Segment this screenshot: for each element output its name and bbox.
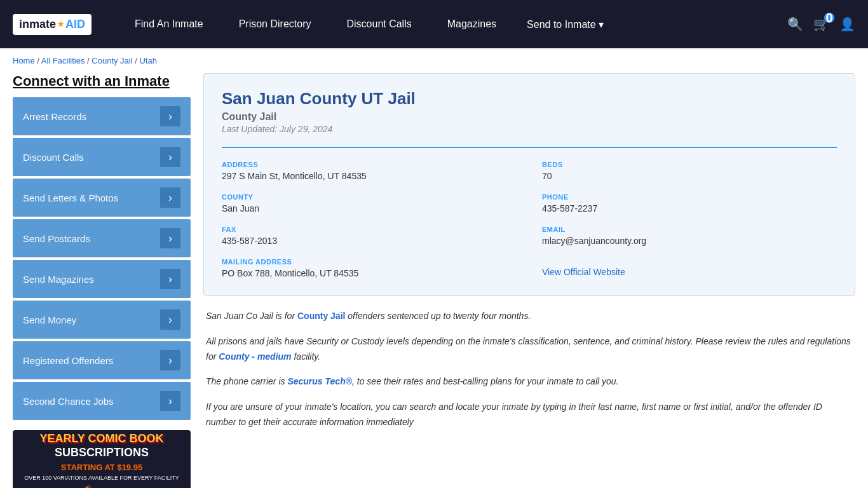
breadcrumb-home[interactable]: Home [13,56,35,65]
navbar: inmate★AID Find An Inmate Prison Directo… [0,0,868,48]
website-block: - View Official Website [542,258,837,280]
phone-value: 435-587-2237 [542,202,837,215]
sidebar-send-money-label: Send Money [23,315,76,325]
ad-detail: OVER 100 VARIATIONS AVAILABLE FOR EVERY … [24,475,179,481]
sidebar-discount-calls-arrow: › [160,147,180,167]
phone-label: PHONE [542,193,837,201]
sidebar-arrest-records-label: Arrest Records [23,111,86,122]
sidebar-second-chance-jobs[interactable]: Second Chance Jobs › [13,382,191,420]
beds-label: BEDS [542,161,837,168]
ad-figures: 🦸 🦇 [75,485,128,488]
sidebar: Connect with an Inmate Arrest Records › … [13,73,191,488]
facility-updated: Last Updated: July 29, 2024 [222,124,837,134]
desc-county-medium-link[interactable]: County - medium [219,351,291,362]
ad-title-line2: SUBSCRIPTIONS [55,446,149,460]
mailing-block: MAILING ADDRESS PO Box 788, Monticello, … [222,258,517,280]
cart-icon-wrapper[interactable]: 🛒0 [813,17,829,32]
address-label: ADDRESS [222,161,517,168]
main-layout: Connect with an Inmate Arrest Records › … [0,73,868,488]
email-value: mlacy@sanjuancounty.org [542,234,837,248]
fax-block: FAX 435-587-2013 [222,226,517,248]
superhero-icon-1: 🦸 [75,485,95,488]
sidebar-title: Connect with an Inmate [13,73,191,90]
website-link[interactable]: View Official Website [542,267,625,277]
logo-inmate-text: inmate [19,18,56,31]
fax-label: FAX [222,226,517,233]
sidebar-send-postcards[interactable]: Send Postcards › [13,219,191,257]
beds-value: 70 [542,170,837,183]
desc-securus-link[interactable]: Securus Tech® [287,376,352,386]
sidebar-second-chance-jobs-label: Second Chance Jobs [23,396,114,407]
desc-para1: San Juan Co Jail is for County Jail offe… [206,309,853,324]
sidebar-send-money-arrow: › [160,309,180,330]
info-grid: ADDRESS 297 S Main St, Monticello, UT 84… [222,161,837,280]
county-label: COUNTY [222,193,517,201]
desc-county-jail-link[interactable]: County Jail [297,311,345,321]
sidebar-send-magazines-arrow: › [160,269,180,289]
nav-magazines[interactable]: Magazines [430,0,514,48]
ad-price: STARTING AT $19.95 [61,463,142,472]
content-area: San Juan County UT Jail County Jail Last… [203,73,855,488]
address-value: 297 S Main St, Monticello, UT 84535 [222,170,517,183]
sidebar-send-magazines[interactable]: Send Magazines › [13,260,191,298]
desc-para4: If you are unsure of your inmate's locat… [206,400,853,430]
search-icon[interactable]: 🔍 [787,17,803,32]
facility-type: County Jail [222,111,837,123]
desc-para2: All prisons and jails have Security or C… [206,334,853,365]
sidebar-arrest-records[interactable]: Arrest Records › [13,97,191,135]
superhero-icon-2: 🦇 [108,485,128,488]
facility-card: San Juan County UT Jail County Jail Last… [203,73,855,296]
description-section: San Juan Co Jail is for County Jail offe… [203,309,855,430]
nav-find-inmate[interactable]: Find An Inmate [117,0,221,48]
sidebar-registered-offenders-arrow: › [160,350,180,370]
beds-block: BEDS 70 [542,161,837,183]
sidebar-send-letters-arrow: › [160,187,180,208]
cart-count: 0 [824,13,834,23]
county-block: COUNTY San Juan [222,193,517,215]
facility-name: San Juan County UT Jail [222,89,837,109]
county-value: San Juan [222,202,517,215]
logo-star-icon: ★ [57,20,64,29]
mailing-label: MAILING ADDRESS [222,258,517,266]
email-block: EMAIL mlacy@sanjuancounty.org [542,226,837,248]
sidebar-registered-offenders[interactable]: Registered Offenders › [13,341,191,379]
breadcrumb: Home / All Facilities / County Jail / Ut… [0,48,868,73]
breadcrumb-all-facilities[interactable]: All Facilities [41,56,85,65]
user-icon[interactable]: 👤 [839,17,855,32]
logo[interactable]: inmate★AID [13,14,92,35]
nav-send-to-inmate[interactable]: Send to Inmate ▾ [514,0,616,48]
sidebar-second-chance-jobs-arrow: › [160,391,180,411]
sidebar-send-postcards-label: Send Postcards [23,233,90,244]
breadcrumb-utah[interactable]: Utah [139,56,156,65]
sidebar-send-postcards-arrow: › [160,228,180,248]
sidebar-arrest-records-arrow: › [160,106,180,126]
mailing-value: PO Box 788, Monticello, UT 84535 [222,267,517,280]
sidebar-registered-offenders-label: Registered Offenders [23,355,113,366]
sidebar-send-letters-label: Send Letters & Photos [23,193,118,203]
logo-aid-text: AID [65,18,85,31]
breadcrumb-county-jail[interactable]: County Jail [92,56,132,65]
facility-divider [222,147,837,148]
fax-value: 435-587-2013 [222,234,517,248]
sidebar-ad-banner[interactable]: YEARLY COMIC BOOK SUBSCRIPTIONS STARTING… [13,430,191,488]
ad-title-line1: YEARLY COMIC BOOK [39,432,163,446]
sidebar-send-money[interactable]: Send Money › [13,301,191,339]
email-label: EMAIL [542,226,837,233]
nav-links: Find An Inmate Prison Directory Discount… [117,0,787,48]
address-block: ADDRESS 297 S Main St, Monticello, UT 84… [222,161,517,183]
navbar-icons: 🔍 🛒0 👤 [787,17,855,32]
sidebar-discount-calls-label: Discount Calls [23,152,84,163]
sidebar-discount-calls[interactable]: Discount Calls › [13,138,191,176]
nav-prison-directory[interactable]: Prison Directory [221,0,329,48]
sidebar-send-letters[interactable]: Send Letters & Photos › [13,179,191,217]
sidebar-send-magazines-label: Send Magazines [23,274,94,285]
phone-block: PHONE 435-587-2237 [542,193,837,215]
desc-para3: The phone carrier is Securus Tech®, to s… [206,374,853,390]
nav-discount-calls[interactable]: Discount Calls [329,0,429,48]
